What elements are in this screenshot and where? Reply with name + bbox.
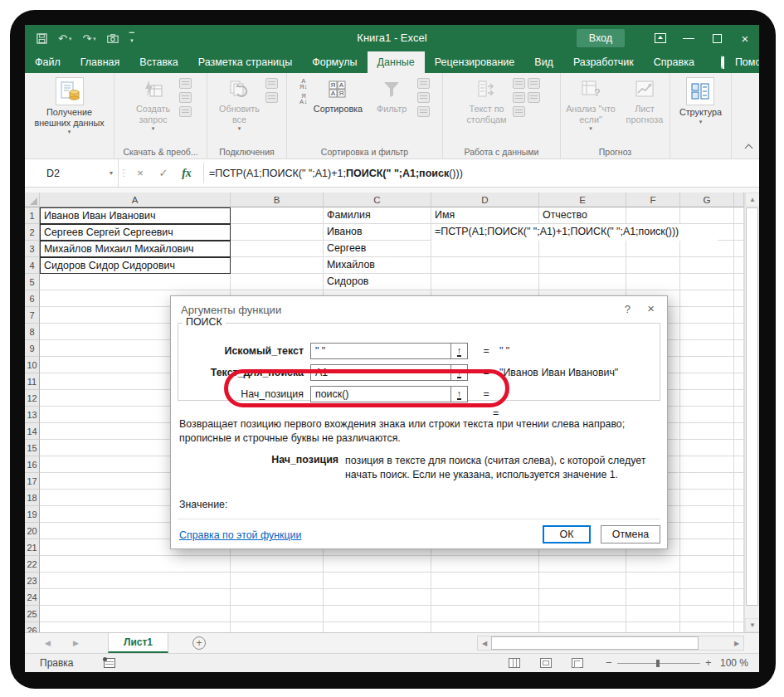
ribbon-tab-помощн[interactable]: Помощн (711, 51, 759, 73)
zoom-percentage[interactable]: 100 % (720, 654, 748, 672)
zoom-slider-thumb[interactable] (656, 660, 660, 667)
collapse-dialog-button[interactable]: ↑ (451, 343, 468, 359)
scroll-up-icon[interactable]: ▲ (745, 193, 759, 207)
new-query-button[interactable]: Создать запрос▾ (130, 76, 177, 134)
ribbon-tab-данные[interactable]: Данные (368, 51, 425, 73)
ribbon-tab-справка[interactable]: Справка (644, 51, 704, 73)
row-header-3[interactable]: 3 (25, 241, 40, 257)
cell-C4[interactable]: Михайлов (324, 257, 431, 274)
row-header-15[interactable]: 15 (25, 440, 40, 456)
insert-function-button[interactable]: fx (175, 159, 198, 187)
cell-A1[interactable]: Иванов Иван Иванович (40, 207, 231, 224)
formula-input[interactable]: =ПСТР(A1;ПОИСК(" ";A1)+1;ПОИСК(" ";A1;по… (209, 159, 759, 187)
page-layout-view-icon[interactable] (540, 658, 552, 668)
column-header-B[interactable]: B (231, 193, 324, 207)
select-all-corner[interactable] (25, 193, 40, 207)
edit-links-icon[interactable] (265, 92, 278, 103)
sort-za-icon[interactable]: ЯА↓ (299, 93, 308, 105)
advanced-filter-icon[interactable] (417, 106, 430, 117)
recent-sources-icon[interactable] (179, 106, 192, 117)
ribbon-tab-файл[interactable]: Файл (25, 51, 71, 73)
clear-filter-icon[interactable] (417, 78, 430, 89)
cell-C3[interactable]: Сергеев (324, 241, 431, 257)
row-header-18[interactable]: 18 (25, 490, 40, 506)
row-header-21[interactable]: 21 (25, 539, 40, 556)
cell-D1[interactable]: Имя (431, 207, 539, 224)
argument-input-текст_для_поиска[interactable]: A1 (310, 364, 451, 381)
row-header-20[interactable]: 20 (25, 523, 40, 539)
collapse-dialog-button[interactable]: ↑ (451, 364, 468, 381)
function-help-link[interactable]: Справка по этой функции (179, 529, 301, 541)
sort-button[interactable]: ЯААЯСортировка (310, 76, 366, 116)
previous-sheet-icon[interactable]: ◀ (45, 633, 51, 653)
vertical-scrollbar[interactable]: ▲ ▼ (744, 193, 759, 632)
flash-fill-icon[interactable] (513, 78, 525, 89)
collapse-dialog-button[interactable]: ↑ (451, 386, 468, 402)
cell-A4[interactable]: Сидоров Сидор Сидорович (40, 257, 231, 274)
cell-C2[interactable]: Иванов (324, 224, 431, 241)
refresh-all-button[interactable]: Обновить все▾ (216, 76, 263, 134)
filter-button[interactable]: Фильтр (368, 76, 415, 116)
row-header-14[interactable]: 14 (25, 423, 40, 440)
scroll-down-icon[interactable]: ▼ (745, 618, 759, 632)
row-header-26[interactable]: 26 (25, 622, 40, 632)
row-header-16[interactable]: 16 (25, 456, 40, 473)
row-header-1[interactable]: 1 (25, 207, 40, 224)
ribbon-tab-вид[interactable]: Вид (524, 51, 563, 73)
ribbon-tab-вставка[interactable]: Вставка (129, 51, 187, 73)
cell-A3[interactable]: Михайлов Михаил Михайлович (40, 241, 231, 257)
column-header-A[interactable]: A (40, 193, 231, 207)
row-header-5[interactable]: 5 (25, 274, 40, 290)
column-header-partial[interactable] (734, 193, 744, 207)
name-box-dropdown-icon[interactable]: ▾ (110, 169, 113, 177)
outline-button[interactable]: Структура▾ (676, 76, 725, 127)
row-header-11[interactable]: 11 (25, 373, 40, 390)
cell-C5[interactable]: Сидоров (324, 274, 431, 290)
new-sheet-button[interactable]: + (192, 636, 206, 650)
ribbon-tab-разработчик[interactable]: Разработчик (563, 51, 644, 73)
maximize-button[interactable] (703, 25, 731, 51)
cell-A2[interactable]: Сергеев Сергей Сергеевич (40, 224, 231, 241)
horizontal-scrollbar[interactable]: ◀ ▶ (477, 636, 744, 651)
cancel-entry-button[interactable]: × (129, 159, 152, 187)
close-button[interactable]: × (731, 25, 759, 51)
macro-record-icon[interactable] (104, 658, 115, 668)
column-header-G[interactable]: G (680, 193, 734, 207)
scroll-left-icon[interactable]: ◀ (478, 636, 491, 650)
properties-icon[interactable] (265, 78, 278, 89)
sort-az-icon[interactable]: АЯ↓ (299, 78, 308, 90)
horizontal-scrollbar-thumb[interactable] (491, 636, 699, 650)
row-header-9[interactable]: 9 (25, 340, 40, 357)
minimize-button[interactable] (674, 25, 703, 51)
show-queries-icon[interactable] (179, 78, 192, 89)
name-box[interactable]: D2 ▾ (40, 159, 119, 187)
next-sheet-icon[interactable]: ▶ (73, 633, 79, 653)
sheet-tab-active[interactable]: Лист1 (108, 633, 168, 653)
zoom-in-button[interactable]: + (705, 656, 712, 669)
page-break-view-icon[interactable] (572, 658, 583, 668)
argument-input-искомый_текст[interactable]: " " (310, 343, 451, 359)
from-table-icon[interactable] (179, 92, 192, 103)
argument-input-нач_позиция[interactable]: поиск() (310, 386, 451, 402)
row-header-2[interactable]: 2 (25, 224, 40, 241)
ribbon-tab-формулы[interactable]: Формулы (302, 51, 367, 73)
zoom-out-button[interactable]: − (606, 656, 612, 669)
ok-button[interactable]: ОК (543, 525, 591, 543)
row-header-7[interactable]: 7 (25, 307, 40, 324)
ribbon-display-options-button[interactable] (646, 25, 674, 51)
row-header-22[interactable]: 22 (25, 556, 40, 573)
consolidate-icon[interactable] (528, 78, 540, 89)
row-header-4[interactable]: 4 (25, 257, 40, 274)
get-external-data-button[interactable]: Получение внешних данных▾ (31, 76, 107, 137)
row-header-23[interactable]: 23 (25, 573, 40, 589)
scroll-right-icon[interactable]: ▶ (730, 636, 743, 650)
row-header-24[interactable]: 24 (25, 589, 40, 606)
row-header-25[interactable]: 25 (25, 606, 40, 622)
row-header-6[interactable]: 6 (25, 290, 40, 307)
cell-C1[interactable]: Фамилия (324, 207, 431, 224)
dialog-close-icon[interactable]: × (647, 301, 655, 315)
forecast-sheet-button[interactable]: Лист прогноза (621, 76, 668, 126)
row-header-19[interactable]: 19 (25, 506, 40, 523)
data-validation-icon[interactable] (513, 106, 525, 117)
relationships-icon[interactable] (528, 92, 540, 103)
